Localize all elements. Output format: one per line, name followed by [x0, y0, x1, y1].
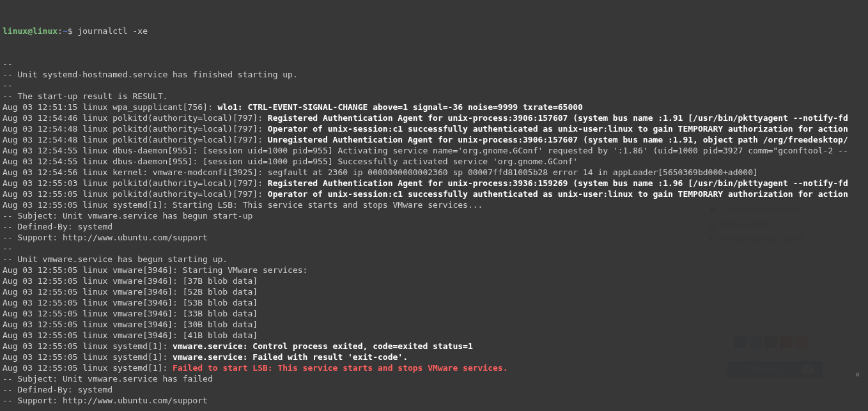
prompt-user: linux — [3, 26, 27, 36]
log-line: Aug 03 12:54:56 linux kernel: vmware-mod… — [3, 167, 865, 178]
log-line: -- Unit vmware.service has begun startin… — [3, 254, 865, 265]
log-line: -- — [3, 58, 865, 69]
log-line: -- — [3, 243, 865, 254]
log-line: Aug 03 12:55:05 linux vmware[3946]: [30B… — [3, 319, 865, 330]
log-line: -- — [3, 80, 865, 91]
log-line: Aug 03 12:55:05 linux vmware[3946]: [53B… — [3, 297, 865, 308]
log-line: Aug 03 12:54:48 linux polkitd(authority=… — [3, 134, 865, 145]
log-line: Aug 03 12:55:05 linux polkitd(authority=… — [3, 189, 865, 199]
prompt-command: journalctl -xe — [77, 26, 148, 36]
log-line: -- Unit systemd-hostnamed.service has fi… — [3, 69, 865, 80]
log-line: Aug 03 12:55:05 linux systemd[1]: vmware… — [3, 352, 865, 362]
log-line: -- Subject: Unit vmware.service has begu… — [3, 210, 865, 221]
log-line: -- — [3, 406, 865, 411]
log-line: Aug 03 12:51:15 linux wpa_supplicant[756… — [3, 102, 865, 112]
log-line: Aug 03 12:55:05 linux vmware[3946]: [37B… — [3, 275, 865, 286]
log-line: Aug 03 12:55:05 linux vmware[3946]: [41B… — [3, 330, 865, 341]
log-line: Aug 03 12:55:05 linux systemd[1]: Failed… — [3, 362, 865, 373]
log-line: Aug 03 12:55:05 linux vmware[3946]: [33B… — [3, 308, 865, 319]
prompt-path: ~ — [63, 26, 68, 36]
log-line: -- Subject: Unit vmware.service has fail… — [3, 373, 865, 384]
log-line: -- The start-up result is RESULT. — [3, 91, 865, 102]
terminal-window[interactable]: linux@linux:~$ journalctl -xe ---- Unit … — [0, 0, 868, 411]
log-line: Aug 03 12:55:03 linux polkitd(authority=… — [3, 178, 865, 189]
prompt-line: linux@linux:~$ journalctl -xe — [3, 26, 865, 36]
log-output: ---- Unit systemd-hostnamed.service has … — [3, 58, 865, 411]
log-line: Aug 03 12:54:55 linux dbus-daemon[955]: … — [3, 156, 865, 167]
log-line: -- Support: http://www.ubuntu.com/suppor… — [3, 395, 865, 406]
log-line: Aug 03 12:54:46 linux polkitd(authority=… — [3, 112, 865, 123]
log-line: -- Defined-By: systemd — [3, 384, 865, 395]
prompt-host: linux — [33, 26, 58, 36]
log-line: Aug 03 12:55:05 linux vmware[3946]: [52B… — [3, 286, 865, 297]
close-icon[interactable]: ✕ — [855, 371, 860, 379]
log-line: Aug 03 12:55:05 linux vmware[3946]: Star… — [3, 265, 865, 275]
log-line: Aug 03 12:54:48 linux polkitd(authority=… — [3, 123, 865, 134]
log-line: Aug 03 12:55:05 linux systemd[1]: Starti… — [3, 199, 865, 210]
log-line: Aug 03 12:55:05 linux systemd[1]: vmware… — [3, 341, 865, 352]
log-line: -- Defined-By: systemd — [3, 221, 865, 232]
log-line: -- Support: http://www.ubuntu.com/suppor… — [3, 232, 865, 243]
log-line: Aug 03 12:54:55 linux dbus-daemon[955]: … — [3, 145, 865, 156]
